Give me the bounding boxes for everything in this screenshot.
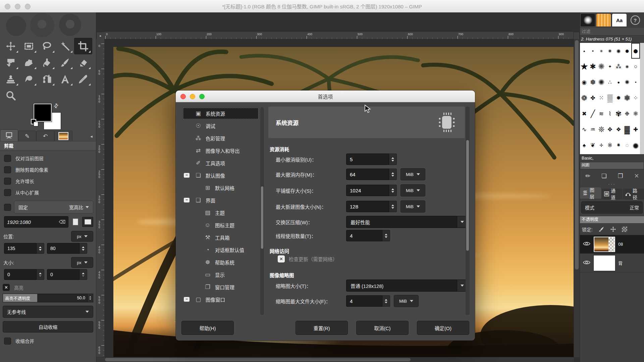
threads-spinner[interactable]: 4 [346, 230, 390, 241]
brush-cell[interactable]: ⁙ [597, 90, 606, 106]
tool-unified-transform-icon[interactable] [2, 54, 20, 71]
tool-color-picker-icon[interactable] [74, 71, 92, 87]
scrollbar-thumb[interactable] [575, 40, 579, 269]
brush-cell[interactable]: ✾ [614, 106, 623, 122]
preferences-sidebar-item[interactable]: − ▢ 图像窗口 [182, 293, 259, 306]
tool-free-select-icon[interactable] [38, 38, 56, 54]
brush-cell[interactable]: ❋ [597, 59, 606, 74]
brush-cell[interactable]: ≋ [597, 106, 606, 122]
tool-paintbrush-icon[interactable] [56, 54, 74, 71]
unit-dropdown[interactable]: MiB [394, 295, 419, 307]
tool-smudge-icon[interactable] [20, 71, 38, 87]
brush-cell[interactable]: ● [631, 137, 640, 153]
brush-filter-input[interactable]: 过滤 [580, 28, 644, 36]
clear-input-icon[interactable]: ⌫ [59, 219, 65, 225]
preferences-sidebar-item[interactable]: ✐ 工具选项 [182, 157, 259, 169]
brush-cell[interactable]: ● [589, 43, 597, 59]
brush-cell[interactable]: ▓ [623, 122, 632, 137]
brush-cell[interactable]: ❁ [580, 90, 589, 106]
brush-cell[interactable]: ✚ [631, 122, 640, 137]
stepper[interactable] [79, 269, 87, 280]
brush-cell[interactable]: ╱ [589, 106, 597, 122]
swap-compression-dropdown[interactable]: 最好性能 [346, 216, 468, 228]
tool-rectangle-select-icon[interactable] [20, 38, 38, 54]
brush-cell[interactable]: ✢ [597, 137, 606, 153]
layer-mode-dropdown[interactable]: 模式 正常 [581, 201, 643, 214]
unit-dropdown[interactable]: MiB [400, 168, 425, 180]
tab-layers[interactable]: 图层 [580, 187, 601, 199]
expander-icon[interactable]: − [184, 173, 190, 178]
brush-cell[interactable]: ● [631, 43, 640, 59]
content-scrollbar[interactable] [466, 107, 470, 315]
option-row[interactable]: 从中心扩展 [0, 187, 96, 198]
tab-tool-options[interactable] [0, 129, 18, 141]
brush-cell[interactable]: ✸ [614, 90, 623, 106]
tool-paths-icon[interactable] [38, 71, 56, 87]
brush-cell[interactable]: ● [614, 43, 623, 59]
size-unit-dropdown[interactable]: px [71, 257, 93, 268]
shrink-merged-row[interactable]: 收缩合并 [0, 335, 96, 347]
preferences-sidebar-item[interactable]: ⇄ 图像导入和导出 [182, 144, 259, 157]
brush-cell[interactable]: ● [623, 59, 632, 74]
guides-dropdown[interactable]: 无参考线 [3, 306, 93, 318]
vertical-scrollbar[interactable] [574, 39, 580, 357]
brush-cell[interactable]: ❦ [589, 137, 597, 153]
tool-move-icon[interactable] [2, 38, 20, 54]
option-row[interactable]: 允许增长 [0, 175, 96, 187]
brush-cell[interactable]: ⁂ [614, 59, 623, 74]
stepper[interactable] [37, 269, 44, 280]
layer-opacity-slider[interactable]: 不透明度 [580, 216, 644, 224]
thumbnail-filesize-spinner[interactable]: 4 [346, 295, 390, 307]
brush-cell[interactable]: ✱ [589, 59, 597, 74]
minimize-button[interactable] [15, 4, 20, 9]
preferences-sidebar-item[interactable]: ▤ 主题 [182, 206, 259, 219]
stepper[interactable] [389, 201, 397, 212]
brush-cell[interactable]: ✺ [597, 74, 606, 90]
preferences-sidebar-item[interactable]: ▣ 系统资源 [182, 107, 259, 120]
preferences-sidebar-item[interactable]: ⚒ 工具箱 [182, 231, 259, 244]
tab-fonts[interactable]: Aa [612, 14, 627, 26]
delete-brush-icon[interactable]: ✕ [634, 172, 639, 180]
brush-spacing-slider[interactable]: 间距 [580, 162, 644, 169]
preferences-sidebar-item[interactable]: ☺ 图标主题 [182, 219, 259, 231]
brush-cell[interactable]: ⁕ [614, 137, 623, 153]
preferences-sidebar-item[interactable]: ☉ 调试 [182, 120, 259, 132]
thumbnail-size-dropdown[interactable]: 普通 (128x128) [346, 280, 468, 292]
visibility-eye-icon[interactable] [583, 241, 591, 247]
ruler-origin-icon[interactable]: ▸ [96, 32, 105, 40]
tab-brushes[interactable] [581, 14, 595, 26]
aspect-ratio-input[interactable]: 1920:1080 ⌫ [4, 216, 68, 228]
slider-stepper[interactable] [87, 294, 93, 302]
brush-cell[interactable]: ❊ [597, 122, 606, 137]
position-unit-dropdown[interactable]: px [71, 231, 93, 242]
brush-cell[interactable]: ✤ [589, 90, 597, 106]
zoom-button[interactable] [25, 4, 31, 9]
help-button[interactable]: 帮助(H) [181, 321, 234, 335]
brush-cell[interactable]: ✽ [623, 90, 632, 106]
unit-dropdown[interactable]: MiB [400, 184, 425, 196]
tile-cache-spinner[interactable]: 1024 [346, 185, 397, 196]
auto-shrink-button[interactable]: 自动收缩 [3, 321, 93, 333]
stepper[interactable] [389, 185, 397, 196]
brush-cell[interactable]: ▒ [606, 90, 614, 106]
reset-button[interactable]: 重置(R) [296, 321, 348, 335]
preferences-sidebar-item[interactable]: ⊞ 默认网格 [182, 182, 259, 194]
foreground-color-swatch[interactable] [34, 104, 52, 122]
brush-cell[interactable]: ● [614, 74, 623, 90]
fixed-frame[interactable]: 固定 宽高比 [14, 201, 93, 214]
landscape-orientation-button[interactable] [82, 217, 93, 227]
highlight-opacity-slider[interactable]: 高亮不透明度 50.0 [3, 294, 93, 302]
option-row[interactable]: 删除剪裁的像素 [0, 164, 96, 175]
shrink-merged-checkbox[interactable] [4, 338, 11, 345]
brush-cell[interactable]: ♠ [580, 137, 589, 153]
expander-icon[interactable]: − [184, 297, 190, 302]
tool-bucket-fill-icon[interactable] [38, 54, 56, 71]
preferences-sidebar-item[interactable]: ❐ 窗口管理 [182, 281, 259, 293]
expander-icon[interactable]: − [184, 198, 190, 202]
highlight-checkbox[interactable]: ✕ [3, 284, 10, 291]
tool-clone-icon[interactable] [2, 71, 20, 87]
visibility-eye-icon[interactable] [583, 260, 591, 266]
tab-device-status[interactable]: ✎ [18, 131, 36, 141]
dialog-minimize-button[interactable] [190, 94, 195, 99]
brush-cell[interactable]: ● [623, 43, 632, 59]
